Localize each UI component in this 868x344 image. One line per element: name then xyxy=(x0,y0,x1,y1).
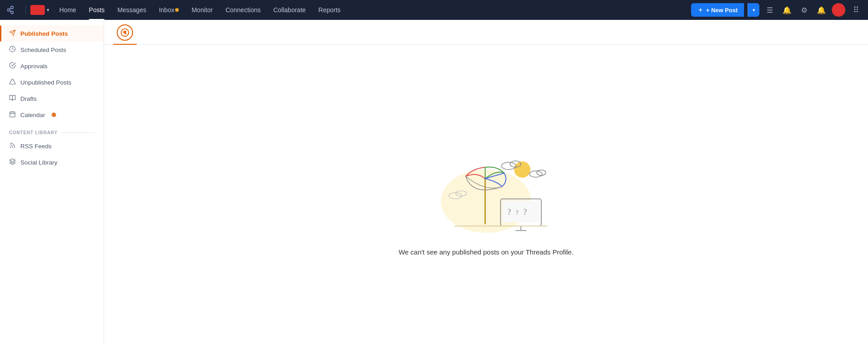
nav-link-collaborate[interactable]: Collaborate xyxy=(267,0,312,20)
gear-icon-button[interactable]: ⚙ xyxy=(797,3,811,17)
triangle-icon xyxy=(9,78,16,86)
sidebar-item-label: Calendar xyxy=(20,112,45,118)
svg-rect-8 xyxy=(10,112,15,117)
calendar-badge xyxy=(52,113,56,117)
nav-link-home[interactable]: Home xyxy=(53,0,82,20)
nav-link-connections[interactable]: Connections xyxy=(219,0,267,20)
user-avatar[interactable] xyxy=(832,3,845,17)
menu-icon-button[interactable]: ☰ xyxy=(763,3,777,17)
content-library-section-label: CONTENT LIBRARY xyxy=(0,123,104,138)
empty-state-message-text: We can't see any published posts on your… xyxy=(399,248,574,256)
check-circle-icon xyxy=(9,62,16,70)
nav-links: HomePostsMessagesInboxMonitorConnections… xyxy=(53,0,691,20)
sidebar-item-label: Unpublished Posts xyxy=(20,79,72,86)
sidebar-item-label: Scheduled Posts xyxy=(20,47,66,53)
sidebar-item-published-posts[interactable]: Published Posts xyxy=(0,25,104,42)
new-post-label: + New Post xyxy=(706,7,738,14)
main-layout: Published Posts Scheduled Posts Approval… xyxy=(0,20,868,344)
apps-icon-button[interactable]: ⠿ xyxy=(849,3,863,17)
sidebar-item-label: Drafts xyxy=(20,95,37,102)
top-navigation: ▾ HomePostsMessagesInboxMonitorConnectio… xyxy=(0,0,868,20)
nav-link-posts[interactable]: Posts xyxy=(82,0,111,20)
sidebar-item-label: Social Library xyxy=(20,159,57,166)
svg-text:?: ? xyxy=(515,209,519,216)
sidebar-item-social-library[interactable]: Social Library xyxy=(0,154,104,170)
sidebar-item-approvals[interactable]: Approvals xyxy=(0,58,104,74)
sidebar-item-drafts[interactable]: Drafts xyxy=(0,90,104,107)
sidebar-item-scheduled-posts[interactable]: Scheduled Posts xyxy=(0,42,104,58)
threads-tab-icon xyxy=(117,24,133,41)
layers-icon xyxy=(9,158,16,166)
nav-divider xyxy=(25,5,26,15)
nav-link-inbox[interactable]: Inbox xyxy=(153,0,185,20)
empty-state-illustration: ? ? ? xyxy=(418,133,554,235)
empty-state: ? ? ? We can't see any published posts o… xyxy=(104,45,868,344)
rss-icon xyxy=(9,142,16,150)
logo-area xyxy=(5,5,15,15)
brand-logo[interactable] xyxy=(30,5,45,15)
sidebar: Published Posts Scheduled Posts Approval… xyxy=(0,20,104,344)
content-library-label-text: CONTENT LIBRARY xyxy=(9,130,57,135)
sidebar-item-label: Approvals xyxy=(20,63,48,70)
svg-point-12 xyxy=(10,147,11,147)
empty-state-message: We can't see any published posts on your… xyxy=(399,248,574,256)
empty-illustration-svg: ? ? ? xyxy=(418,133,554,233)
send-icon xyxy=(9,29,16,38)
sidebar-item-label: RSS Feeds xyxy=(20,143,52,150)
brand-dropdown-icon[interactable]: ▾ xyxy=(47,7,49,13)
book-icon xyxy=(9,94,16,103)
nav-link-monitor[interactable]: Monitor xyxy=(185,0,219,20)
app-logo-icon xyxy=(5,5,15,15)
svg-marker-13 xyxy=(10,159,15,161)
svg-point-17 xyxy=(501,162,516,170)
alert-icon-button[interactable]: 🔔 xyxy=(815,3,828,17)
sidebar-item-calendar[interactable]: Calendar xyxy=(0,107,104,123)
svg-line-3 xyxy=(10,8,11,9)
content-area: ? ? ? We can't see any published posts o… xyxy=(104,20,868,344)
new-post-icon: ＋ xyxy=(697,6,703,14)
nav-link-messages[interactable]: Messages xyxy=(111,0,153,20)
svg-point-14 xyxy=(124,32,126,33)
clock-icon xyxy=(9,46,16,54)
sidebar-item-rss-feeds[interactable]: RSS Feeds xyxy=(0,138,104,154)
calendar-icon xyxy=(9,111,16,119)
svg-point-19 xyxy=(529,171,542,177)
nav-link-reports[interactable]: Reports xyxy=(312,0,347,20)
svg-line-4 xyxy=(10,10,11,12)
tab-bar xyxy=(104,20,868,45)
nav-right-actions: ＋ + New Post ▾ ☰ 🔔 ⚙ 🔔 ⠿ xyxy=(691,3,863,17)
svg-text:?: ? xyxy=(507,207,511,217)
svg-text:?: ? xyxy=(523,207,527,217)
svg-point-16 xyxy=(514,161,530,178)
new-post-dropdown-button[interactable]: ▾ xyxy=(748,3,759,17)
tab-threads[interactable] xyxy=(113,20,137,44)
inbox-badge xyxy=(175,8,179,12)
bell-icon-button[interactable]: 🔔 xyxy=(780,3,794,17)
sidebar-item-unpublished-posts[interactable]: Unpublished Posts xyxy=(0,74,104,90)
sidebar-item-label: Published Posts xyxy=(20,30,68,37)
new-post-button[interactable]: ＋ + New Post xyxy=(691,3,744,17)
